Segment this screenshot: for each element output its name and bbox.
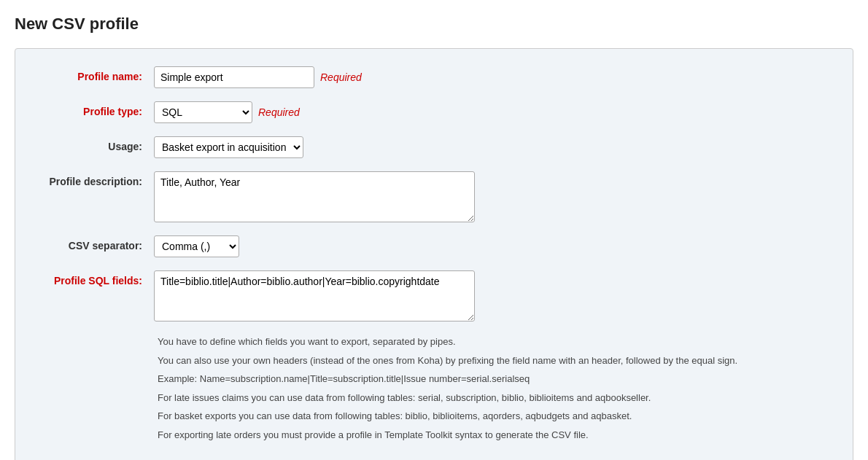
profile-type-label: Profile type: — [37, 101, 154, 117]
profile-name-controls: Required — [154, 66, 831, 88]
profile-name-row: Profile name: Required — [37, 66, 831, 88]
info-section: You have to define which fields you want… — [37, 335, 831, 442]
csv-separator-label: CSV separator: — [37, 235, 154, 252]
profile-description-controls: Title, Author, Year — [154, 171, 831, 222]
info-line-2: You can also use your own headers (inste… — [158, 354, 831, 368]
usage-select[interactable]: Basket export in acquisition Late orders… — [154, 136, 303, 158]
csv-separator-select[interactable]: Comma (,) Semicolon (;) Tab Pipe (|) Has… — [154, 235, 239, 257]
usage-controls: Basket export in acquisition Late orders… — [154, 136, 831, 158]
profile-type-required: Required — [258, 106, 300, 118]
profile-sql-label: Profile SQL fields: — [37, 270, 154, 286]
form-container: Profile name: Required Profile type: SQL… — [15, 48, 853, 460]
profile-description-row: Profile description: Title, Author, Year — [37, 171, 831, 222]
profile-type-row: Profile type: SQL Template Toolkit Requi… — [37, 101, 831, 123]
info-line-3: Example: Name=subscription.name|Title=su… — [158, 372, 831, 386]
usage-row: Usage: Basket export in acquisition Late… — [37, 136, 831, 158]
profile-type-select[interactable]: SQL Template Toolkit — [154, 101, 252, 123]
profile-description-label: Profile description: — [37, 171, 154, 187]
profile-name-label: Profile name: — [37, 66, 154, 82]
info-line-6: For exporting late orders you must provi… — [158, 428, 831, 443]
profile-sql-row: Profile SQL fields: Title=<span class="u… — [37, 270, 831, 321]
profile-name-input[interactable] — [154, 66, 314, 88]
usage-label: Usage: — [37, 136, 154, 152]
profile-sql-textarea[interactable]: Title=<span class="underline">biblio</sp… — [154, 270, 475, 321]
csv-separator-controls: Comma (,) Semicolon (;) Tab Pipe (|) Has… — [154, 235, 831, 257]
info-line-4: For late issues claims you can use data … — [158, 391, 831, 405]
profile-type-controls: SQL Template Toolkit Required — [154, 101, 831, 123]
info-line-1: You have to define which fields you want… — [158, 335, 831, 349]
info-line-5: For basket exports you can use data from… — [158, 409, 831, 424]
page-title: New CSV profile — [15, 15, 853, 34]
profile-sql-controls: Title=<span class="underline">biblio</sp… — [154, 270, 831, 321]
profile-description-textarea[interactable]: Title, Author, Year — [154, 171, 475, 222]
profile-name-required: Required — [320, 71, 362, 83]
csv-separator-row: CSV separator: Comma (,) Semicolon (;) T… — [37, 235, 831, 257]
